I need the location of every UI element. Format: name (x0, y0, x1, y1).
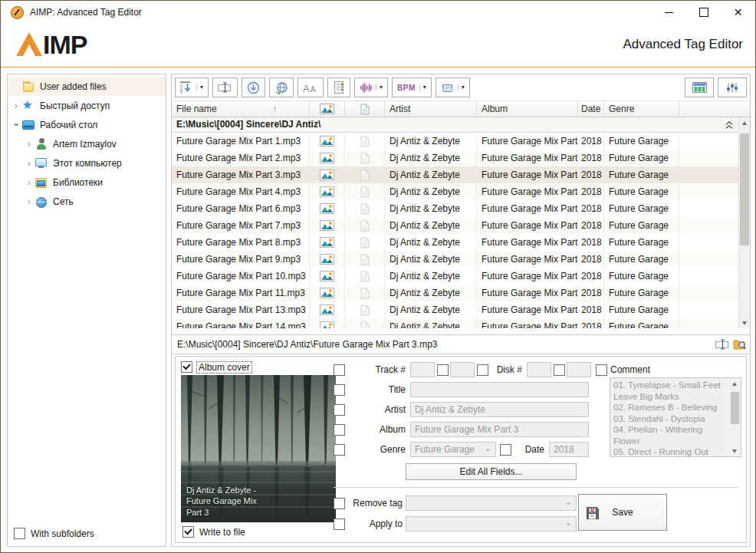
row-genre: Future Garage (604, 234, 679, 251)
table-row[interactable]: Future Garage Mix Part 7.mp3 Dj Antiz & … (172, 217, 738, 234)
report-button[interactable] (327, 77, 350, 97)
tree-expander-icon[interactable] (11, 100, 21, 111)
disk-number-input[interactable] (527, 362, 551, 377)
comment-textarea[interactable]: 01. Tymelapse - Small Feet Leave Big Mar… (610, 377, 741, 457)
row-genre: Future Garage (604, 183, 679, 200)
sidebar-item[interactable]: Рабочий стол (8, 115, 166, 134)
track-total-checkbox[interactable] (437, 364, 449, 376)
fill-from-tags-button[interactable] (242, 77, 265, 97)
lyrics-icon (360, 203, 370, 215)
table-row[interactable]: Future Garage Mix Part 11.mp3 Dj Antiz &… (172, 285, 738, 301)
sidebar-item[interactable]: Библиотеки (8, 173, 166, 192)
date-input[interactable]: 2018 (549, 442, 589, 457)
table-row[interactable]: Future Garage Mix Part 1.mp3 Dj Antiz & … (172, 133, 738, 150)
row-albumart-cell (310, 301, 345, 318)
table-row[interactable]: Future Garage Mix Part 9.mp3 Dj Antiz & … (172, 251, 738, 268)
remove-tag-checkbox[interactable] (334, 498, 345, 509)
album-field-checkbox[interactable] (334, 424, 345, 436)
collapse-group-icon[interactable] (725, 121, 733, 130)
group-row[interactable]: E:\Music\[0004] Sincere\DJ Antiz\ (172, 117, 750, 133)
sidebar-item[interactable]: Artem Izmaylov (8, 134, 166, 153)
tree-expander-icon[interactable] (24, 157, 35, 169)
tree-expander-icon[interactable] (11, 120, 21, 130)
column-header-filename[interactable]: File name ↑ (172, 101, 310, 117)
chevron-down-icon[interactable]: ▾ (196, 84, 203, 91)
tree-expander-icon[interactable] (24, 138, 35, 150)
bpm-button[interactable]: BPM ▾ (392, 77, 432, 97)
sidebar-item[interactable]: User added files (8, 77, 166, 96)
table-row[interactable]: Future Garage Mix Part 4.mp3 Dj Antiz & … (172, 183, 738, 200)
columns-button[interactable] (685, 77, 714, 97)
letter-case-button[interactable]: A A (297, 77, 324, 97)
chevron-down-icon[interactable]: ▾ (458, 84, 465, 91)
table-row[interactable]: Future Garage Mix Part 10.mp3 Dj Antiz &… (172, 268, 738, 285)
disk-total-checkbox[interactable] (554, 364, 565, 376)
track-number-input[interactable] (410, 362, 435, 377)
track-field-checkbox[interactable] (334, 364, 345, 376)
apply-to-checkbox[interactable] (334, 518, 345, 530)
scroll-up-icon[interactable] (729, 378, 740, 390)
sidebar-item[interactable]: Быстрый доступ (8, 96, 166, 115)
maximize-button[interactable] (686, 1, 721, 24)
row-lyrics-cell (345, 183, 385, 200)
chevron-down-icon[interactable]: ▾ (376, 84, 383, 91)
fill-from-internet-button[interactable] (269, 77, 294, 97)
chevron-down-icon[interactable]: ▾ (419, 84, 426, 91)
table-row[interactable]: Future Garage Mix Part 3.mp3 Dj Antiz & … (172, 166, 738, 183)
sort-files-button[interactable]: 1 2 3 ▾ (175, 77, 209, 97)
title-input[interactable] (410, 382, 589, 397)
table-row[interactable]: Future Garage Mix Part 6.mp3 Dj Antiz & … (172, 200, 738, 217)
scroll-down-icon[interactable] (739, 317, 750, 328)
close-button[interactable]: ✕ (721, 1, 755, 24)
table-scrollbar[interactable] (738, 117, 750, 328)
apply-to-label: Apply to (348, 516, 403, 532)
album-cover-image[interactable]: Dj Antiz & Zebyte - Future Garage Mix Pa… (181, 375, 336, 522)
table-row[interactable]: Future Garage Mix Part 13.mp3 Dj Antiz &… (172, 301, 738, 318)
scroll-down-icon[interactable] (729, 445, 740, 456)
scripts-button[interactable]: ▾ (436, 77, 470, 97)
scroll-up-icon[interactable] (739, 117, 750, 129)
view-settings-button[interactable] (718, 77, 747, 97)
column-header-albumart[interactable] (310, 101, 345, 117)
artist-field-checkbox[interactable] (334, 404, 345, 416)
rename-files-button[interactable] (212, 77, 238, 97)
album-input[interactable]: Future Garage Mix Part 3 (410, 422, 589, 437)
album-cover-label[interactable]: Album cover (197, 362, 251, 373)
scripts-icon (441, 82, 454, 94)
column-header-date[interactable]: Date (578, 101, 604, 117)
column-header-genre[interactable]: Genre (604, 101, 679, 117)
scrollbar-thumb[interactable] (731, 392, 739, 424)
waveform-button[interactable]: ▾ (354, 77, 388, 97)
artist-input[interactable]: Dj Antiz & Zebyte (410, 402, 589, 417)
track-total-input[interactable] (450, 362, 475, 377)
rename-file-button[interactable] (715, 338, 730, 351)
title-field-checkbox[interactable] (334, 384, 345, 396)
apply-to-select[interactable] (406, 516, 577, 532)
table-row[interactable]: Future Garage Mix Part 14.mp3 Dj Antiz &… (172, 318, 738, 328)
minimize-button[interactable] (652, 1, 686, 24)
table-row[interactable]: Future Garage Mix Part 2.mp3 Dj Antiz & … (172, 150, 738, 166)
write-to-file-checkbox[interactable] (182, 526, 194, 538)
table-row[interactable]: Future Garage Mix Part 8.mp3 Dj Antiz & … (172, 234, 738, 251)
date-field-checkbox[interactable] (500, 444, 511, 456)
save-button[interactable]: Save (578, 494, 667, 531)
tree-expander-icon[interactable] (24, 196, 35, 207)
genre-select[interactable]: Future Garage (410, 442, 496, 457)
with-subfolders-checkbox[interactable] (14, 528, 25, 539)
tree-expander-icon[interactable] (24, 176, 35, 188)
genre-field-checkbox[interactable] (334, 444, 345, 456)
sidebar-item[interactable]: Сеть (8, 192, 166, 211)
column-header-artist[interactable]: Artist (385, 101, 477, 117)
album-cover-checkbox[interactable] (181, 361, 192, 373)
edit-all-fields-button[interactable]: Edit All Fields... (406, 463, 577, 480)
column-header-album[interactable]: Album (477, 101, 578, 117)
locate-file-button[interactable] (733, 338, 747, 351)
row-filler (679, 285, 738, 301)
column-header-lyrics[interactable] (345, 101, 385, 117)
comment-field-checkbox[interactable] (596, 364, 607, 376)
comment-scrollbar[interactable] (729, 378, 741, 456)
remove-tag-select[interactable] (406, 495, 577, 511)
sidebar-item[interactable]: Этот компьютер (8, 153, 166, 173)
scrollbar-thumb[interactable] (740, 133, 749, 245)
disk-total-input[interactable] (567, 362, 591, 377)
